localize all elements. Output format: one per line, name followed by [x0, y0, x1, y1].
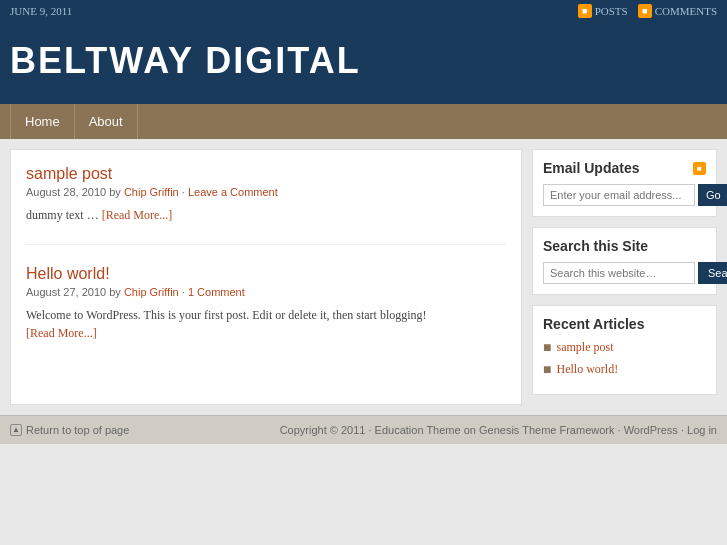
comments-feed-link[interactable]: ■ COMMENTS [638, 4, 717, 18]
read-more-link[interactable]: [Read More...] [102, 208, 173, 222]
rss-email-icon: ■ [693, 162, 706, 175]
content-area: sample post August 28, 2010 by Chip Grif… [10, 149, 522, 405]
post-title: Hello world! [26, 265, 506, 283]
navigation: Home About [0, 104, 727, 139]
search-input[interactable] [543, 262, 695, 284]
post-text: dummy text … [26, 208, 99, 222]
rss-comments-icon: ■ [638, 4, 652, 18]
search-widget: Search this Site Search [532, 227, 717, 295]
feed-links: ■ POSTS ■ COMMENTS [578, 4, 717, 18]
post-item: sample post August 28, 2010 by Chip Grif… [26, 165, 506, 245]
date-display: JUNE 9, 2011 [10, 5, 72, 17]
recent-article-link[interactable]: Hello world! [556, 362, 618, 377]
search-widget-title: Search this Site [543, 238, 706, 254]
rss-posts-icon: ■ [578, 4, 592, 18]
bottom-space [0, 444, 727, 504]
post-content: Welcome to WordPress. This is your first… [26, 306, 506, 342]
post-date: August 28, 2010 [26, 186, 106, 198]
post-comment-link[interactable]: Leave a Comment [188, 186, 278, 198]
post-text: Welcome to WordPress. This is your first… [26, 308, 427, 322]
top-bar: JUNE 9, 2011 ■ POSTS ■ COMMENTS [0, 0, 727, 22]
recent-article-item: ■ sample post [543, 340, 706, 357]
sidebar: Email Updates ■ Go Search this Site Sear… [532, 149, 717, 405]
post-author-link[interactable]: Chip Griffin [124, 186, 179, 198]
return-to-top[interactable]: ▲ Return to top of page [10, 424, 129, 436]
post-author-link[interactable]: Chip Griffin [124, 286, 179, 298]
email-input[interactable] [543, 184, 695, 206]
email-go-button[interactable]: Go [698, 184, 727, 206]
return-top-label: Return to top of page [26, 424, 129, 436]
post-item: Hello world! August 27, 2010 by Chip Gri… [26, 265, 506, 362]
copyright-text: Copyright © 2011 · Education Theme on Ge… [280, 424, 717, 436]
post-comment-link[interactable]: 1 Comment [188, 286, 245, 298]
post-meta: August 27, 2010 by Chip Griffin · 1 Comm… [26, 286, 506, 298]
post-by: by [109, 186, 124, 198]
recent-article-item: ■ Hello world! [543, 362, 706, 379]
post-title-link[interactable]: sample post [26, 165, 112, 182]
comments-feed-label: COMMENTS [655, 5, 717, 17]
post-by: by [109, 286, 124, 298]
return-top-icon: ▲ [10, 424, 22, 436]
email-widget: Email Updates ■ Go [532, 149, 717, 217]
list-bullet: ■ [543, 340, 551, 357]
nav-item-about[interactable]: About [75, 104, 138, 139]
read-more-link[interactable]: [Read More...] [26, 326, 97, 340]
post-meta: August 28, 2010 by Chip Griffin · Leave … [26, 186, 506, 198]
recent-articles-widget: Recent Articles ■ sample post ■ Hello wo… [532, 305, 717, 395]
email-form-row: Go [543, 184, 706, 206]
search-form-row: Search [543, 262, 706, 284]
email-widget-title: Email Updates ■ [543, 160, 706, 176]
post-title-link[interactable]: Hello world! [26, 265, 110, 282]
posts-feed-label: POSTS [595, 5, 628, 17]
post-title: sample post [26, 165, 506, 183]
recent-article-link[interactable]: sample post [556, 340, 613, 355]
nav-item-home[interactable]: Home [10, 104, 75, 139]
site-header: BELTWAY DIGITAL [0, 22, 727, 104]
post-date: August 27, 2010 [26, 286, 106, 298]
recent-widget-title: Recent Articles [543, 316, 706, 332]
search-button[interactable]: Search [698, 262, 727, 284]
recent-articles-list: ■ sample post ■ Hello world! [543, 340, 706, 379]
site-title[interactable]: BELTWAY DIGITAL [10, 40, 717, 82]
posts-feed-link[interactable]: ■ POSTS [578, 4, 628, 18]
site-footer: ▲ Return to top of page Copyright © 2011… [0, 415, 727, 444]
main-wrapper: sample post August 28, 2010 by Chip Grif… [0, 139, 727, 415]
post-content: dummy text … [Read More...] [26, 206, 506, 224]
list-bullet: ■ [543, 362, 551, 379]
